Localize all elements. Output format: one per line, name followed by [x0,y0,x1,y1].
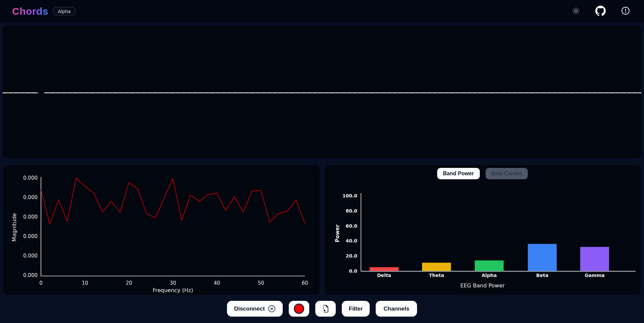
disconnect-button[interactable]: Disconnect [227,301,283,317]
svg-text:Magnitude: Magnitude [11,213,17,242]
filter-label: Filter [349,306,363,312]
fft-panel: 0.0000.0000.0000.0000.0000.0000102030405… [3,165,320,295]
control-bar: Disconnect Filter Channels [0,301,644,317]
app-logo: Chords [12,6,48,17]
svg-text:0.000: 0.000 [23,194,38,200]
svg-text:100.0: 100.0 [342,193,358,198]
signal-plot-panel [3,26,641,158]
svg-text:20: 20 [126,280,132,286]
channels-label: Channels [383,306,409,312]
navbar: Chords Alpha [0,0,644,22]
svg-text:Power: Power [334,224,340,242]
svg-text:40: 40 [214,280,220,286]
filter-button[interactable]: Filter [342,301,370,317]
svg-text:Alpha: Alpha [481,273,497,278]
record-button[interactable] [289,301,309,317]
svg-text:0: 0 [39,280,43,286]
charts-row: 0.0000.0000.0000.0000.0000.0000102030405… [3,165,641,295]
band-power-chart: 0.020.040.060.080.0100.0PowerDeltaThetaA… [324,165,641,295]
navbar-actions [571,4,631,18]
brand-wrap: Chords Alpha [12,6,75,17]
svg-text:0.000: 0.000 [23,272,38,278]
svg-text:10: 10 [82,280,88,286]
theme-toggle-button[interactable] [571,6,581,17]
tab-beta-candle[interactable]: Beta Candle [486,168,528,179]
svg-text:0.0: 0.0 [349,268,357,274]
tab-band-power[interactable]: Band Power [437,168,479,179]
svg-text:0.000: 0.000 [23,214,38,220]
svg-text:60.0: 60.0 [346,223,357,229]
circle-x-icon [268,305,276,313]
github-link[interactable] [594,4,607,18]
record-circle-icon [294,304,304,314]
svg-text:EEG Band Power: EEG Band Power [460,282,505,289]
svg-text:60: 60 [302,280,308,286]
svg-text:80.0: 80.0 [346,208,357,214]
svg-text:50: 50 [258,280,264,286]
svg-text:40.0: 40.0 [346,238,357,243]
band-tab-row: Band Power Beta Candle [324,168,641,179]
channels-button[interactable]: Channels [376,301,417,317]
svg-text:Delta: Delta [377,273,391,278]
signal-trace-left [3,92,38,93]
github-icon [595,6,606,17]
svg-text:Frequency (Hz): Frequency (Hz) [153,287,193,293]
svg-text:Beta: Beta [536,273,548,278]
band-power-panel: Band Power Beta Candle 0.020.040.060.080… [324,165,641,295]
signal-trace-right [44,92,641,93]
svg-text:20.0: 20.0 [346,253,357,259]
svg-text:30: 30 [170,280,176,286]
info-button[interactable] [620,5,631,17]
sun-icon [572,7,580,16]
file-log-icon [321,305,330,313]
file-log-button[interactable] [315,301,336,317]
svg-text:0.000: 0.000 [23,175,38,181]
svg-text:0.000: 0.000 [23,233,38,239]
fft-chart: 0.0000.0000.0000.0000.0000.0000102030405… [3,165,320,295]
svg-text:0.000: 0.000 [23,253,38,259]
svg-text:Theta: Theta [429,273,444,278]
disconnect-label: Disconnect [234,306,265,312]
svg-text:Gamma: Gamma [585,273,605,278]
alert-circle-icon [621,6,630,16]
alpha-badge: Alpha [53,7,75,15]
